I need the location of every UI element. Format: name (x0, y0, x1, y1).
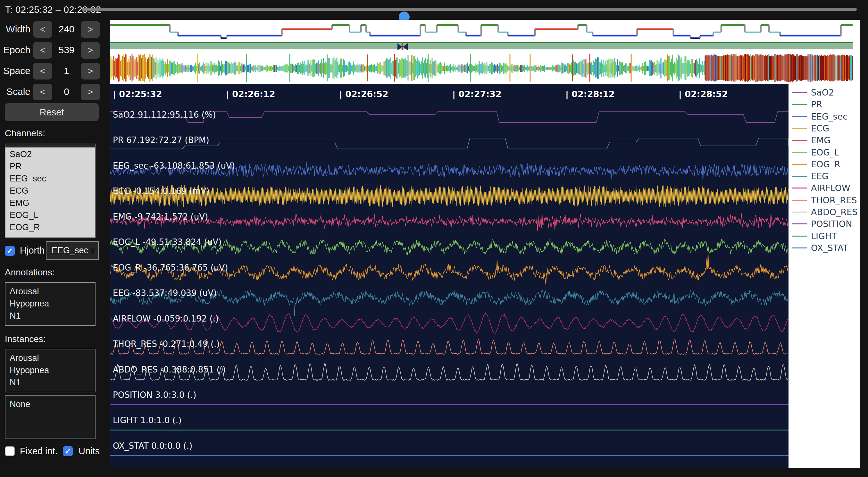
instances-listbox[interactable]: ArousalHypopneaN1 (5, 349, 95, 392)
annotation-item-arousal[interactable]: Arousal (5, 285, 95, 297)
hjorth-label: Hjorth (20, 245, 44, 256)
sidebar: Width<240>Epoch<539>Space<1>Scale<0> Res… (0, 20, 110, 477)
overview-strip (110, 20, 860, 84)
trace-label-airflow: AIRFLOW -0.059:0.192 (.) (113, 314, 219, 323)
width-value: 240 (52, 24, 81, 35)
legend-item-airflow: AIRFLOW (788, 182, 860, 194)
space-increment-button[interactable]: > (81, 63, 100, 80)
hjorth-selected-value: EEG_sec (52, 245, 88, 255)
space-value: 1 (52, 65, 81, 76)
legend-item-eeg_sec: EEG_sec (788, 111, 860, 122)
legend-line-icon (792, 116, 807, 117)
fixed-int-checkbox[interactable] (5, 446, 15, 456)
epoch-navigation-bar[interactable] (110, 42, 852, 49)
trace-label-eog_l: EOG_L -49.51:33.824 (uV) (113, 237, 221, 247)
signal-plot-panel: | 02:25:32| 02:26:12| 02:26:52| 02:27:32… (110, 84, 788, 468)
instances-secondary-listbox[interactable]: None (5, 395, 95, 439)
legend-item-ecg: ECG (788, 122, 860, 134)
legend-label: EOG_R (811, 159, 840, 169)
time-tick: | 02:26:12 (226, 89, 275, 99)
legend-line-icon (792, 223, 807, 225)
legend-item-thor_res: THOR_RES (788, 194, 860, 206)
legend-line-icon (792, 128, 807, 129)
legend-line-icon (792, 212, 807, 212)
signal-traces (110, 84, 788, 468)
units-checkbox[interactable]: ✓ (63, 446, 73, 456)
annotations-section-label: Annotations: (5, 267, 55, 278)
annotation-item-hypopnea[interactable]: Hypopnea (5, 297, 95, 310)
channel-item-emg[interactable]: EMG (5, 197, 95, 209)
instance-secondary-item-none[interactable]: None (5, 398, 95, 410)
legend-label: PR (811, 99, 822, 109)
space-decrement-button[interactable]: < (33, 63, 52, 80)
channel-item-sao2[interactable]: SaO2 (5, 148, 95, 160)
trace-label-position: POSITION 3.0:3.0 (.) (113, 390, 196, 400)
trace-label-eeg: EEG -83.537:49.039 (uV) (113, 288, 217, 298)
legend-item-eog_r: EOG_R (788, 158, 860, 170)
legend-label: EMG (811, 135, 831, 145)
hypnogram-plot (110, 20, 852, 42)
legend-line-icon (792, 236, 807, 237)
trace-label-emg: EMG -9.742:1.572 (uV) (113, 212, 208, 221)
control-label: Epoch (0, 44, 30, 56)
hjorth-checkbox[interactable]: ✓ (5, 246, 15, 256)
trace-label-light: LIGHT 1.0:1.0 (.) (113, 415, 181, 425)
legend-item-position: POSITION (788, 218, 860, 230)
legend-item-abdo_res: ABDO_RES (788, 206, 860, 218)
trace-pr (110, 138, 788, 149)
legend-line-icon (792, 164, 807, 165)
legend-item-emg: EMG (788, 134, 860, 146)
instance-item-arousal[interactable]: Arousal (5, 352, 95, 364)
legend-item-sao2: SaO2 (788, 87, 860, 98)
channel-item-ecg[interactable]: ECG (5, 185, 95, 197)
control-row-epoch: Epoch<539> (0, 42, 110, 59)
instances-section-label: Instances: (5, 334, 46, 344)
channels-listbox-scroll-strip (5, 144, 95, 147)
channel-item-eog_l[interactable]: EOG_L (5, 209, 95, 221)
legend-item-pr: PR (788, 98, 860, 110)
channels-listbox[interactable]: SaO2PREEG_secECGEMGEOG_LEOG_R (5, 144, 95, 238)
instance-item-hypopnea[interactable]: Hypopnea (5, 364, 95, 376)
control-label: Space (0, 65, 30, 76)
instance-item-n1[interactable]: N1 (5, 376, 95, 389)
width-increment-button[interactable]: > (81, 21, 100, 38)
trace-label-thor_res: THOR_RES -0.271:0.49 (.) (113, 339, 220, 349)
time-tick: | 02:27:32 (452, 89, 502, 99)
trace-ecg (110, 185, 788, 207)
time-tick: | 02:28:52 (679, 89, 728, 99)
legend-line-icon (792, 104, 807, 105)
reset-button[interactable]: Reset (5, 103, 99, 121)
control-row-scale: Scale<0> (0, 84, 110, 100)
trace-emg (110, 212, 788, 231)
scale-decrement-button[interactable]: < (33, 84, 52, 100)
top-bar: T: 02:25:32 – 02:29:32 (0, 0, 868, 20)
legend-label: POSITION (811, 219, 852, 229)
time-slider-track[interactable] (82, 8, 857, 11)
scale-increment-button[interactable]: > (81, 84, 100, 100)
control-label: Width (0, 24, 30, 35)
epoch-position-marker[interactable] (398, 43, 408, 50)
time-tick: | 02:26:52 (339, 89, 389, 99)
epoch-decrement-button[interactable]: < (33, 42, 52, 59)
channel-item-eog_r[interactable]: EOG_R (5, 221, 95, 233)
legend-label: ECG (811, 123, 829, 133)
control-row-space: Space<1> (0, 63, 110, 80)
width-decrement-button[interactable]: < (33, 21, 52, 38)
annotation-item-n1[interactable]: N1 (5, 310, 95, 322)
channel-item-eeg_sec[interactable]: EEG_sec (5, 173, 95, 185)
units-label: Units (79, 446, 100, 456)
epoch-value: 539 (52, 44, 81, 56)
channel-item-pr[interactable]: PR (5, 160, 95, 173)
hjorth-channel-select[interactable]: EEG_sec ∨ (46, 241, 99, 260)
annotations-listbox[interactable]: ArousalHypopneaN1 (5, 282, 95, 326)
epoch-increment-button[interactable]: > (81, 42, 100, 59)
chevron-down-icon: ∨ (89, 242, 95, 259)
scale-value: 0 (52, 86, 81, 97)
trace-label-eog_r: EOG_R -36.765:36.765 (uV) (113, 263, 228, 272)
legend-line-icon (792, 140, 807, 141)
legend-label: SaO2 (811, 88, 834, 97)
channels-section-label: Channels: (5, 128, 45, 139)
legend-line-icon (792, 176, 807, 177)
legend-line-icon (792, 92, 807, 93)
legend-line-icon (792, 247, 807, 248)
